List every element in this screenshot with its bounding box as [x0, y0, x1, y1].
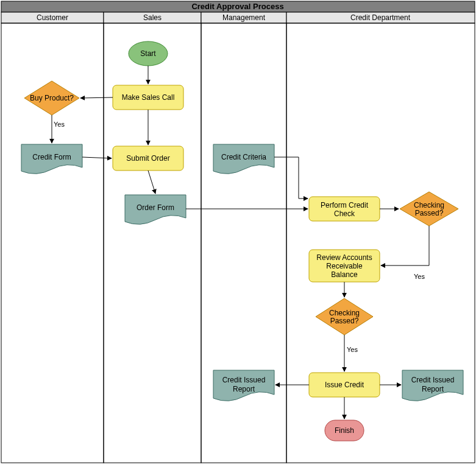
pool-title-bar: Credit Approval Process [1, 1, 475, 12]
svg-text:Credit Criteria: Credit Criteria [221, 153, 266, 161]
lane-headers: Customer Sales Management Credit Departm… [1, 12, 475, 23]
edge-cp1-yes-label: Yes [414, 273, 425, 280]
lane-customer-label: Customer [37, 13, 68, 22]
lane-management-label: Management [222, 13, 266, 22]
svg-text:Report: Report [233, 385, 255, 393]
lane-credit-label: Credit Department [350, 13, 411, 22]
edge-submit-to-order-form [148, 170, 155, 194]
edge-credit-form-to-submit [82, 157, 112, 158]
svg-text:Checking: Checking [414, 201, 444, 209]
lane-sales-label: Sales [143, 13, 162, 22]
svg-text:Perform Credit: Perform Credit [321, 201, 369, 209]
svg-text:Finish: Finish [335, 426, 354, 435]
edge-buy-yes-label: Yes [54, 121, 65, 128]
pool-title: Credit Approval Process [191, 2, 283, 11]
svg-text:Balance: Balance [331, 270, 358, 279]
svg-text:Report: Report [422, 385, 444, 393]
edge-sales-call-to-buy [80, 97, 113, 98]
credit-criteria-doc: Credit Criteria [213, 144, 274, 174]
start-node: Start [129, 41, 168, 66]
edge-criteria-to-credit-check [274, 157, 308, 199]
svg-text:Make Sales Call: Make Sales Call [122, 93, 175, 102]
edge-cp2-yes-label: Yes [347, 346, 358, 353]
checking-passed-1-decision: Checking Passed? [400, 192, 458, 226]
svg-text:Receivable: Receivable [326, 262, 363, 270]
credit-report-right-doc: Credit Issued Report [402, 370, 463, 401]
make-sales-call-node: Make Sales Call [113, 85, 183, 110]
submit-order-node: Submit Order [113, 146, 183, 170]
order-form-doc: Order Form [125, 195, 186, 224]
finish-node: Finish [325, 420, 364, 441]
svg-text:Credit Issued: Credit Issued [411, 376, 455, 384]
svg-text:Start: Start [140, 49, 156, 58]
review-ar-node: Review Accounts Receivable Balance [309, 250, 380, 282]
checking-passed-2-decision: Checking Passed? [316, 298, 373, 335]
buy-product-decision: Buy Product? [24, 81, 79, 115]
svg-text:Issue Credit: Issue Credit [325, 381, 364, 389]
svg-text:Review Accounts: Review Accounts [316, 253, 372, 262]
svg-text:Submit Order: Submit Order [126, 154, 169, 163]
svg-text:Credit Issued: Credit Issued [222, 376, 266, 384]
svg-text:Passed?: Passed? [330, 317, 359, 325]
svg-text:Check: Check [334, 209, 355, 218]
credit-form-doc: Credit Form [21, 144, 82, 174]
credit-report-left-doc: Credit Issued Report [213, 370, 274, 401]
issue-credit-node: Issue Credit [309, 373, 380, 397]
svg-text:Order Form: Order Form [137, 203, 174, 212]
svg-text:Checking: Checking [329, 309, 360, 317]
svg-text:Buy Product?: Buy Product? [30, 94, 74, 102]
svg-text:Credit Form: Credit Form [32, 153, 71, 161]
edge-cp1-yes [381, 226, 429, 265]
svg-text:Passed?: Passed? [415, 209, 444, 217]
perform-credit-check-node: Perform Credit Check [309, 197, 380, 221]
